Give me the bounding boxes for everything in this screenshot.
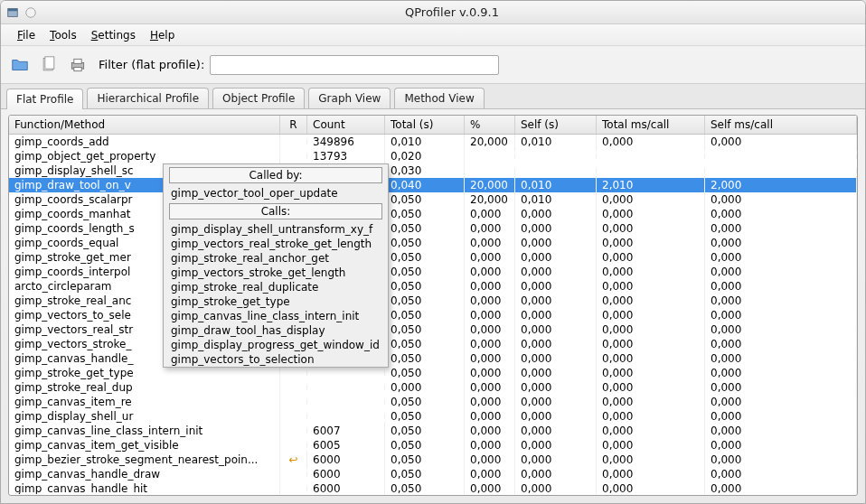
table-row[interactable]: gimp_canvas_handle_hit60000,0500,0000,00… — [9, 481, 857, 494]
menu-help[interactable]: Help — [143, 26, 182, 44]
th-count[interactable]: Count — [307, 116, 385, 134]
menu-tools[interactable]: Tools — [42, 26, 84, 44]
called-by-list: gimp_vector_tool_oper_update — [164, 186, 388, 201]
svg-rect-7 — [74, 67, 81, 70]
menubar: FileToolsSettingsHelp — [1, 24, 865, 46]
th-pct[interactable]: % — [465, 116, 515, 134]
menu-file[interactable]: File — [10, 26, 42, 44]
calls-item[interactable]: gimp_vectors_real_stroke_get_length — [164, 237, 388, 251]
calls-header: Calls: — [169, 203, 382, 219]
called-by-item[interactable]: gimp_vector_tool_oper_update — [164, 186, 388, 201]
svg-point-2 — [26, 7, 36, 17]
table: Function/Method R Count Total (s) % Self… — [8, 115, 858, 496]
calls-item[interactable]: gimp_vectors_stroke_get_length — [164, 266, 388, 280]
svg-rect-6 — [74, 59, 81, 63]
th-totalms[interactable]: Total ms/call — [597, 116, 705, 134]
call-tooltip: Called by: gimp_vector_tool_oper_update … — [163, 163, 389, 368]
th-r[interactable]: R — [280, 116, 307, 134]
table-body[interactable]: gimp_coords_add3498960,01020,0000,0100,0… — [9, 135, 857, 494]
th-function[interactable]: Function/Method — [9, 116, 280, 134]
tabbar: Flat ProfileHierarchical ProfileObject P… — [1, 84, 865, 109]
table-header[interactable]: Function/Method R Count Total (s) % Self… — [9, 116, 857, 135]
tab-hierarchical-profile[interactable]: Hierarchical Profile — [87, 88, 209, 108]
app-icon — [6, 6, 19, 19]
tab-method-view[interactable]: Method View — [394, 88, 484, 108]
calls-item[interactable]: gimp_stroke_real_duplicate — [164, 280, 388, 294]
calls-item[interactable]: gimp_stroke_real_anchor_get — [164, 251, 388, 266]
titlebar[interactable]: QProfiler v.0.9.1 — [1, 1, 865, 24]
print-icon[interactable] — [66, 53, 89, 77]
document-icon[interactable] — [37, 53, 61, 77]
filter-input[interactable] — [210, 55, 499, 75]
open-folder-icon[interactable] — [8, 53, 32, 77]
svg-rect-4 — [45, 56, 54, 68]
calls-item[interactable]: gimp_canvas_line_class_intern_init — [164, 309, 388, 323]
toolbar: Filter (flat profile): — [1, 46, 865, 84]
window-title: QProfiler v.0.9.1 — [44, 5, 860, 19]
called-by-header: Called by: — [169, 167, 382, 183]
calls-item[interactable]: gimp_display_progress_get_window_id — [164, 338, 388, 352]
th-self[interactable]: Self (s) — [515, 116, 597, 134]
calls-item[interactable]: gimp_display_shell_untransform_xy_f — [164, 222, 388, 237]
th-total[interactable]: Total (s) — [385, 116, 465, 134]
th-selfms[interactable]: Self ms/call — [705, 116, 857, 134]
calls-item[interactable]: gimp_stroke_get_type — [164, 294, 388, 309]
calls-item[interactable]: gimp_vectors_to_selection — [164, 352, 388, 367]
menu-settings[interactable]: Settings — [84, 26, 143, 44]
tab-graph-view[interactable]: Graph View — [308, 88, 391, 108]
tab-object-profile[interactable]: Object Profile — [212, 88, 305, 108]
recursive-icon: ↩ — [288, 453, 299, 464]
app-window: QProfiler v.0.9.1 FileToolsSettingsHelp … — [0, 0, 866, 504]
filter-label: Filter (flat profile): — [99, 58, 204, 71]
calls-item[interactable]: gimp_draw_tool_has_display — [164, 323, 388, 338]
tab-flat-profile[interactable]: Flat Profile — [6, 89, 83, 109]
svg-rect-1 — [8, 8, 18, 11]
window-circle-icon[interactable] — [24, 6, 37, 19]
calls-list: gimp_display_shell_untransform_xy_fgimp_… — [164, 222, 388, 367]
